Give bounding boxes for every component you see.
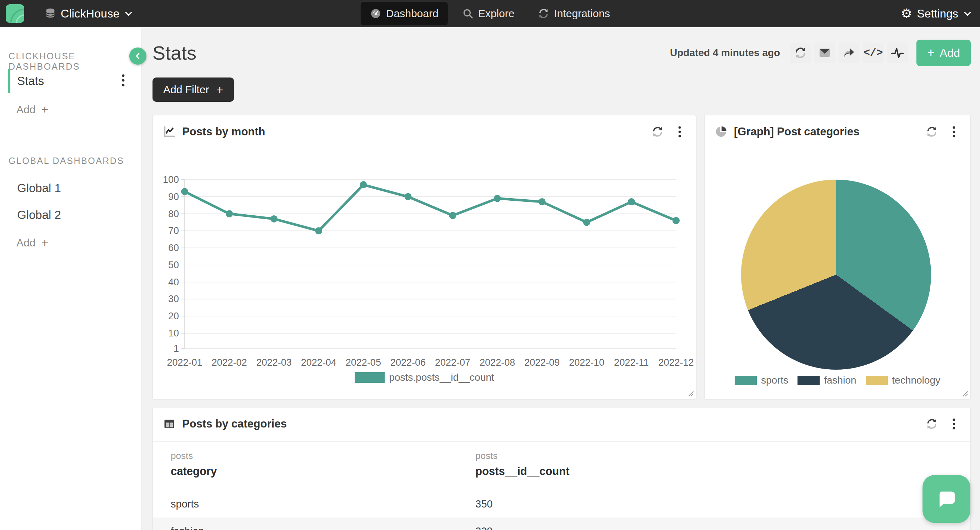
tab-explore[interactable]: Explore xyxy=(453,2,524,25)
table-row[interactable]: fashion339 xyxy=(153,517,970,530)
activity-button[interactable] xyxy=(887,43,908,63)
svg-text:70: 70 xyxy=(168,225,179,236)
card-title: Posts by categories xyxy=(182,417,287,430)
tab-integrations[interactable]: Integrations xyxy=(528,2,619,25)
tile-menu-button[interactable] xyxy=(946,124,962,140)
svg-text:2022-05: 2022-05 xyxy=(346,357,381,368)
chat-bubble-icon xyxy=(935,487,958,511)
svg-text:2022-11: 2022-11 xyxy=(614,357,649,368)
gear-icon: ⚙ xyxy=(901,7,912,20)
settings-menu[interactable]: ⚙ Settings xyxy=(901,0,972,27)
dashboard-actions: Updated 4 minutes ago xyxy=(670,40,971,66)
svg-text:90: 90 xyxy=(168,191,179,202)
svg-text:2022-03: 2022-03 xyxy=(256,357,292,368)
last-updated-text: Updated 4 minutes ago xyxy=(670,47,780,59)
card-post-categories-graph: [Graph] Post categories sportsfashiontec… xyxy=(704,115,971,399)
plus-icon: + xyxy=(216,83,223,97)
page-title: Stats xyxy=(153,42,196,64)
line-chart-legend: posts.posts__id__count xyxy=(153,372,696,383)
card-posts-by-categories: Posts by categories posts category xyxy=(153,407,971,530)
app-logo-icon xyxy=(6,4,24,23)
main-content: Stats Updated 4 minutes ago xyxy=(142,27,980,530)
svg-text:20: 20 xyxy=(168,311,179,322)
project-switcher[interactable]: ClickHouse xyxy=(44,7,133,21)
app-logo[interactable] xyxy=(6,4,24,23)
nav-left: ClickHouse xyxy=(0,4,133,23)
chat-widget-button[interactable] xyxy=(923,475,970,523)
sidebar-add-dashboard[interactable]: Add + xyxy=(16,102,48,116)
column-header-category[interactable]: posts category xyxy=(171,450,476,489)
legend-label: fashion xyxy=(824,375,856,386)
add-tile-button[interactable]: + Add xyxy=(916,40,971,66)
plus-icon: + xyxy=(41,102,48,116)
legend-label: sports xyxy=(761,375,788,386)
database-icon xyxy=(44,7,56,21)
column-group: posts xyxy=(171,450,476,462)
page-header: Stats Updated 4 minutes ago xyxy=(153,38,971,67)
tab-dashboard[interactable]: Dashboard xyxy=(361,2,448,25)
table-cell: 350 xyxy=(476,498,953,510)
sidebar-add-global-label: Add xyxy=(16,237,35,249)
sidebar-item-stats[interactable]: Stats xyxy=(0,69,141,93)
card-posts-by-month: Posts by month 1009080706050403020101202… xyxy=(153,115,697,399)
svg-text:50: 50 xyxy=(168,259,179,271)
sidebar-item-global-1[interactable]: Global 1 xyxy=(17,181,61,195)
pie-legend-item[interactable]: sports xyxy=(735,375,788,386)
refresh-icon xyxy=(926,418,938,430)
tab-explore-label: Explore xyxy=(478,8,515,20)
table-header-divider xyxy=(153,441,970,442)
svg-text:2022-04: 2022-04 xyxy=(301,357,336,368)
chevron-down-icon xyxy=(963,9,972,18)
svg-text:2022-09: 2022-09 xyxy=(524,357,560,368)
activity-icon xyxy=(891,46,904,60)
sidebar-collapse-button[interactable] xyxy=(129,48,146,65)
plus-icon: + xyxy=(927,45,935,60)
sidebar-add-global-dashboard[interactable]: Add + xyxy=(16,236,48,250)
sidebar: CLICKHOUSE DASHBOARDS Stats Add + GLOBAL… xyxy=(0,27,142,530)
sidebar-item-global-2[interactable]: Global 2 xyxy=(17,208,61,222)
svg-text:2022-08: 2022-08 xyxy=(480,357,515,368)
pie-chart-icon xyxy=(714,125,727,138)
gauge-icon xyxy=(370,8,382,19)
legend-swatch xyxy=(355,372,385,383)
refresh-icon xyxy=(794,46,807,59)
search-icon xyxy=(462,8,474,19)
refresh-tile-button[interactable] xyxy=(924,416,940,432)
chevron-left-icon xyxy=(134,52,142,60)
svg-text:2022-07: 2022-07 xyxy=(435,357,470,368)
table-row[interactable]: sports350 xyxy=(153,490,970,517)
tab-integrations-label: Integrations xyxy=(554,8,610,20)
embed-code-button[interactable]: </> xyxy=(863,43,884,63)
svg-text:10: 10 xyxy=(168,328,179,339)
resize-handle-icon[interactable] xyxy=(687,390,694,397)
chevron-down-icon xyxy=(124,9,133,18)
pie-legend-item[interactable]: technology xyxy=(866,375,940,386)
sync-icon xyxy=(538,8,549,19)
kebab-menu-icon xyxy=(952,417,956,430)
svg-text:40: 40 xyxy=(168,277,179,288)
resize-handle-icon[interactable] xyxy=(962,390,968,397)
table-icon xyxy=(163,417,176,430)
svg-text:80: 80 xyxy=(168,208,179,219)
sidebar-divider xyxy=(5,141,131,141)
svg-text:2022-06: 2022-06 xyxy=(390,357,426,368)
svg-text:60: 60 xyxy=(168,242,179,253)
refresh-dashboard-button[interactable] xyxy=(790,43,811,63)
svg-text:100: 100 xyxy=(163,174,179,185)
add-filter-label: Add Filter xyxy=(163,84,209,96)
column-header-posts-id-count[interactable]: posts posts__id__count xyxy=(476,450,953,489)
table-cell: 339 xyxy=(476,525,953,530)
refresh-tile-button[interactable] xyxy=(924,124,940,140)
table-cell: sports xyxy=(171,498,476,510)
email-button[interactable] xyxy=(814,43,835,63)
share-button[interactable] xyxy=(838,43,859,63)
pie-legend-item[interactable]: fashion xyxy=(797,375,856,386)
pie-chart xyxy=(741,180,931,370)
table-body: sports350fashion339 xyxy=(153,490,970,530)
sidebar-item-stats-label: Stats xyxy=(17,74,44,88)
share-arrow-icon xyxy=(843,46,855,59)
kebab-menu-icon[interactable] xyxy=(121,73,126,89)
tile-menu-button[interactable] xyxy=(946,416,962,432)
svg-text:2022-02: 2022-02 xyxy=(212,357,247,368)
add-filter-button[interactable]: Add Filter + xyxy=(153,78,234,102)
